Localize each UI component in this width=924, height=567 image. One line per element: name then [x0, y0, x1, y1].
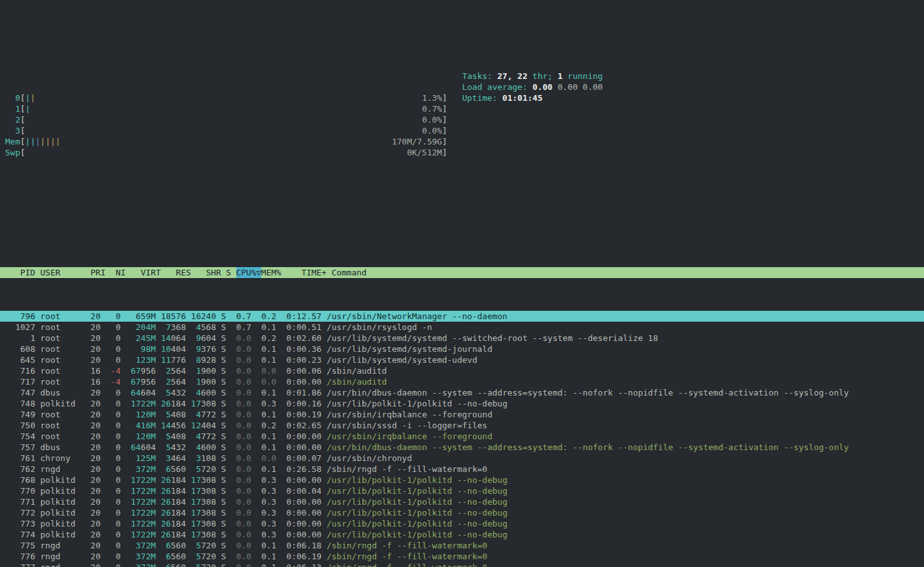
process-row[interactable]: 750 root 20 0 416M 14456 12404 S 0.0 0.2…: [0, 420, 924, 431]
process-table: 796 root 20 0 659M 18576 16240 S 0.7 0.2…: [0, 311, 924, 567]
column-pid[interactable]: PID: [5, 267, 35, 278]
process-row[interactable]: 749 root 20 0 120M 5408 4772 S 0.0 0.1 0…: [0, 409, 924, 420]
summary-panel: Tasks: 27, 22 thr; 1 runningLoad average…: [462, 71, 603, 103]
process-command: /usr/lib/systemd/systemd-udevd: [327, 355, 477, 365]
process-row[interactable]: 757 dbus 20 0 64604 5432 4600 S 0.0 0.1 …: [0, 442, 924, 453]
process-command: /usr/lib/polkit-1/polkitd --no-debug: [327, 475, 508, 485]
process-row[interactable]: 777 rngd 20 0 372M 6560 5720 S 0.0 0.1 0…: [0, 562, 924, 567]
process-command: /usr/lib/polkit-1/polkitd --no-debug: [327, 530, 508, 539]
column-time[interactable]: TIME+: [286, 267, 327, 278]
meter-label: 2: [5, 115, 20, 125]
meter-mem: Mem[||||||| 170M/7.59G]: [0, 136, 924, 147]
process-row[interactable]: 772 polkitd 20 0 1722M 26184 17308 S 0.0…: [0, 507, 924, 518]
process-command: /usr/sbin/rsyslogd -n: [327, 322, 432, 332]
meter-label: Swp: [5, 148, 20, 157]
process-command: /usr/bin/dbus-daemon --system --address=…: [327, 388, 849, 397]
process-row[interactable]: 1 root 20 0 245M 14064 9604 S 0.0 0.2 0:…: [0, 333, 924, 344]
process-command: /usr/lib/polkit-1/polkitd --no-debug: [327, 399, 508, 408]
summary-load: Load average: 0.00 0.00 0.00: [462, 82, 603, 92]
process-row[interactable]: 771 polkitd 20 0 1722M 26184 17308 S 0.0…: [0, 496, 924, 507]
process-row[interactable]: 770 polkitd 20 0 1722M 26184 17308 S 0.0…: [0, 485, 924, 496]
blank-line: [0, 223, 924, 234]
process-command: /sbin/auditd: [327, 366, 387, 376]
process-command: /usr/sbin/irqbalance --foreground: [327, 432, 492, 441]
process-command: /usr/lib/polkit-1/polkitd --no-debug: [327, 508, 508, 518]
column-res[interactable]: RES: [166, 267, 191, 278]
header-region: 0[|| 1.3%] 1[| 0.7%] 2[: [0, 71, 924, 191]
process-row[interactable]: 774 polkitd 20 0 1722M 26184 17308 S 0.0…: [0, 529, 924, 540]
htop-terminal: 0[|| 1.3%] 1[| 0.7%] 2[: [0, 0, 924, 567]
process-row[interactable]: 761 chrony 20 0 125M 3464 3108 S 0.0 0.0…: [0, 453, 924, 464]
process-command: /usr/lib/polkit-1/polkitd --no-debug: [327, 519, 508, 528]
column-state[interactable]: S: [226, 267, 231, 278]
meter-swp: Swp[ 0K/512M]: [0, 147, 924, 158]
meter-cpu3: 3[ 0.0%]: [0, 125, 924, 136]
process-row[interactable]: 762 rngd 20 0 372M 6560 5720 S 0.0 0.1 0…: [0, 464, 924, 475]
meter-value: 0.7%: [422, 104, 442, 114]
process-command: /usr/lib/polkit-1/polkitd --no-debug: [327, 486, 508, 496]
meter-value: 0.0%: [422, 126, 442, 135]
process-row[interactable]: 776 rngd 20 0 372M 6560 5720 S 0.0 0.1 0…: [0, 551, 924, 562]
process-row[interactable]: 775 rngd 20 0 372M 6560 5720 S 0.0 0.1 0…: [0, 540, 924, 551]
process-command: /sbin/rngd -f --fill-watermark=0: [327, 541, 487, 550]
process-command: /usr/sbin/NetworkManager --no-daemon: [327, 311, 508, 321]
process-row[interactable]: 717 root 16 -4 67956 2564 1900 S 0.0 0.0…: [0, 376, 924, 387]
meter-cpu2: 2[ 0.0%]: [0, 114, 924, 125]
meter-value: 0K/512M: [407, 148, 442, 157]
process-command: /sbin/rngd -f --fill-watermark=0: [327, 464, 487, 474]
process-row[interactable]: 748 polkitd 20 0 1722M 26184 17308 S 0.0…: [0, 398, 924, 409]
process-row[interactable]: 773 polkitd 20 0 1722M 26184 17308 S 0.0…: [0, 518, 924, 529]
column-shr[interactable]: SHR: [196, 267, 221, 278]
summary-uptime: Uptime: 01:01:45: [462, 92, 603, 103]
process-command: /sbin/rngd -f --fill-watermark=0: [327, 552, 487, 561]
meter-cpu1: 1[| 0.7%]: [0, 103, 924, 114]
process-row[interactable]: 716 root 16 -4 67956 2564 1900 S 0.0 0.0…: [0, 365, 924, 376]
process-row[interactable]: 747 dbus 20 0 64604 5432 4600 S 0.0 0.1 …: [0, 387, 924, 398]
process-row[interactable]: 754 root 20 0 120M 5408 4772 S 0.0 0.1 0…: [0, 431, 924, 442]
column-cpu-sorted[interactable]: CPU%▽: [236, 267, 261, 278]
column-pri[interactable]: PRI: [90, 267, 105, 278]
meter-value: 170M/7.59G: [392, 137, 442, 146]
process-row[interactable]: 1027 root 20 0 204M 7368 4568 S 0.7 0.1 …: [0, 322, 924, 333]
process-row[interactable]: 645 root 20 0 123M 11776 8928 S 0.0 0.1 …: [0, 354, 924, 365]
process-command: /usr/sbin/sssd -i --logger=files: [327, 421, 487, 430]
sort-arrow-icon: ▽: [256, 267, 261, 278]
column-virt[interactable]: VIRT: [131, 267, 161, 278]
summary-tasks: Tasks: 27, 22 thr; 1 running: [462, 71, 603, 82]
column-user[interactable]: USER: [40, 267, 85, 278]
meter-label: 1: [5, 104, 20, 114]
process-command: /sbin/auditd: [327, 377, 387, 387]
blank-line: [0, 27, 924, 38]
column-mem[interactable]: MEM%: [261, 267, 281, 278]
column-command[interactable]: Command: [332, 267, 367, 278]
process-command: /usr/lib/systemd/systemd --switched-root…: [327, 333, 658, 343]
process-row[interactable]: 796 root 20 0 659M 18576 16240 S 0.7 0.2…: [0, 311, 924, 322]
process-row[interactable]: 608 root 20 0 98M 10404 9376 S 0.0 0.1 0…: [0, 344, 924, 354]
table-header: PID USER PRI NI VIRT RES SHR S CPU%▽MEM%…: [0, 267, 924, 278]
process-command: /usr/lib/polkit-1/polkitd --no-debug: [327, 497, 508, 507]
meter-label: 0: [5, 93, 20, 103]
process-command: /usr/lib/systemd/systemd-journald: [327, 344, 492, 354]
process-command: /usr/sbin/chronyd: [327, 453, 412, 463]
meter-value: 1.3%: [422, 93, 442, 103]
process-command: /sbin/rngd -f --fill-watermark=0: [327, 563, 487, 567]
meter-label: 3: [5, 126, 20, 135]
meter-label: Mem: [5, 137, 20, 146]
process-command: /usr/bin/dbus-daemon --system --address=…: [327, 442, 849, 452]
process-row[interactable]: 768 polkitd 20 0 1722M 26184 17308 S 0.0…: [0, 475, 924, 485]
process-command: /usr/sbin/irqbalance --foreground: [327, 410, 492, 419]
column-ni[interactable]: NI: [110, 267, 125, 278]
meter-value: 0.0%: [422, 115, 442, 125]
